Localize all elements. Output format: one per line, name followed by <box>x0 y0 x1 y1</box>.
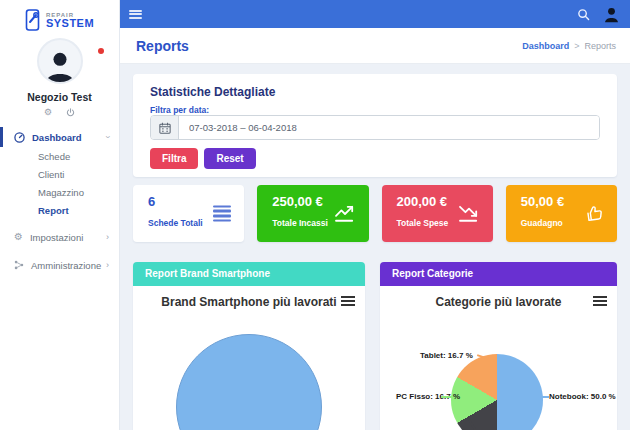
sidebar-item-label: Impostazioni <box>30 232 83 243</box>
breadcrumb-current: Reports <box>584 41 616 51</box>
thumbs-up-icon <box>585 204 604 223</box>
date-range-input[interactable] <box>179 116 599 139</box>
trend-down-icon <box>458 205 480 223</box>
logo-text-bottom: SYSTEM <box>46 18 94 29</box>
sidebar-item-label: Dashboard <box>32 132 82 143</box>
report-brand-smartphone-panel: Report Brand Smartphone Brand Smartphone… <box>133 262 365 430</box>
power-icon[interactable] <box>66 108 75 117</box>
stat-card-guadagno[interactable]: 50,00 € Guadagno <box>506 185 617 242</box>
chevron-right-icon: › <box>106 232 109 242</box>
sidebar: REPAIR SYSTEM Negozio Test ⚙ <box>0 0 120 430</box>
pie-label-notebook: Notebook: 50.0 % <box>549 392 616 401</box>
gear-icon[interactable]: ⚙ <box>44 108 52 117</box>
sidebar-item-label: Report <box>38 205 69 216</box>
breadcrumb-dashboard-link[interactable]: Dashboard <box>522 41 569 51</box>
sidebar-item-label: Amministrazione <box>31 260 101 271</box>
main-content: Statistiche Dettagliate Filtra per data:… <box>120 64 630 430</box>
report-categorie-panel: Report Categorie Categorie più lavorate … <box>380 262 617 430</box>
stat-card-schede-totali[interactable]: 6 Schede Totali <box>133 185 244 242</box>
chart-title-brand: Brand Smartphone più lavorati <box>133 295 365 309</box>
panel-header-categorie: Report Categorie <box>380 262 617 286</box>
notification-dot-icon <box>98 48 104 54</box>
page-title: Reports <box>136 38 189 54</box>
chart-export-menu-icon[interactable] <box>341 296 355 306</box>
filter-card-title: Statistiche Dettagliate <box>150 85 275 99</box>
stat-card-totale-incassi[interactable]: 250,00 € Totale Incassi <box>257 185 368 242</box>
page-header-bar: Reports Dashboard > Reports <box>120 28 630 64</box>
search-icon[interactable] <box>577 8 590 21</box>
connector-pc-fisso <box>441 396 453 398</box>
phone-wrench-icon <box>25 9 42 31</box>
chart-title-categorie: Categorie più lavorate <box>380 295 617 309</box>
person-silhouette-icon <box>43 48 77 82</box>
topbar <box>120 0 630 28</box>
sidebar-menu: Dashboard › Schede Clienti Magazzino Rep… <box>0 127 119 275</box>
pie-label-tablet: Tablet: 16.7 % <box>420 351 473 360</box>
categorie-pie-chart: Categorie più lavorate Tablet: 16.7 % PC… <box>380 286 617 430</box>
connector-notebook <box>538 396 549 398</box>
sidebar-item-dashboard[interactable]: Dashboard › <box>0 127 119 147</box>
shop-name: Negozio Test <box>0 91 119 103</box>
hierarchy-icon <box>14 260 24 270</box>
filtra-button[interactable]: Filtra <box>150 148 198 169</box>
panel-header-brand: Report Brand Smartphone <box>133 262 365 286</box>
sidebar-item-schede[interactable]: Schede <box>0 147 119 165</box>
gear-icon: ⚙ <box>14 232 23 242</box>
calendar-icon <box>151 116 179 139</box>
reset-button[interactable]: Reset <box>204 148 255 169</box>
date-range-input-group <box>150 115 600 140</box>
chevron-right-icon: › <box>106 260 109 270</box>
trend-up-icon <box>334 205 356 223</box>
list-bars-icon <box>213 205 231 222</box>
breadcrumb: Dashboard > Reports <box>522 41 616 51</box>
pie-slice-full[interactable] <box>176 334 322 430</box>
sidebar-item-label: Magazzino <box>38 187 84 198</box>
user-icon[interactable] <box>603 6 620 23</box>
date-filter-label: Filtra per data: <box>150 105 209 115</box>
stats-row: 6 Schede Totali 250,00 € Totale Incassi … <box>133 185 617 242</box>
sidebar-item-magazzino[interactable]: Magazzino <box>0 183 119 201</box>
filter-card: Statistiche Dettagliate Filtra per data:… <box>133 74 617 177</box>
stat-card-totale-spese[interactable]: 200,00 € Totale Spese <box>382 185 493 242</box>
categorie-pie[interactable] <box>451 354 543 430</box>
sidebar-item-report[interactable]: Report <box>0 201 119 219</box>
sidebar-item-amministrazione[interactable]: Amministrazione › <box>0 255 119 275</box>
breadcrumb-separator: > <box>574 41 579 51</box>
hamburger-icon[interactable] <box>129 10 142 19</box>
brand-pie-chart: Brand Smartphone più lavorati <box>133 286 365 430</box>
charts-row: Report Brand Smartphone Brand Smartphone… <box>133 262 617 430</box>
chart-export-menu-icon[interactable] <box>593 296 607 306</box>
store-avatar[interactable] <box>37 38 83 84</box>
app-logo[interactable]: REPAIR SYSTEM <box>0 0 119 32</box>
sidebar-item-impostazioni[interactable]: ⚙ Impostazioni › <box>0 227 119 247</box>
sidebar-item-label: Schede <box>38 151 70 162</box>
sidebar-item-label: Clienti <box>38 169 64 180</box>
chevron-down-icon: › <box>103 136 113 139</box>
dashboard-icon <box>14 132 25 143</box>
sidebar-item-clienti[interactable]: Clienti <box>0 165 119 183</box>
